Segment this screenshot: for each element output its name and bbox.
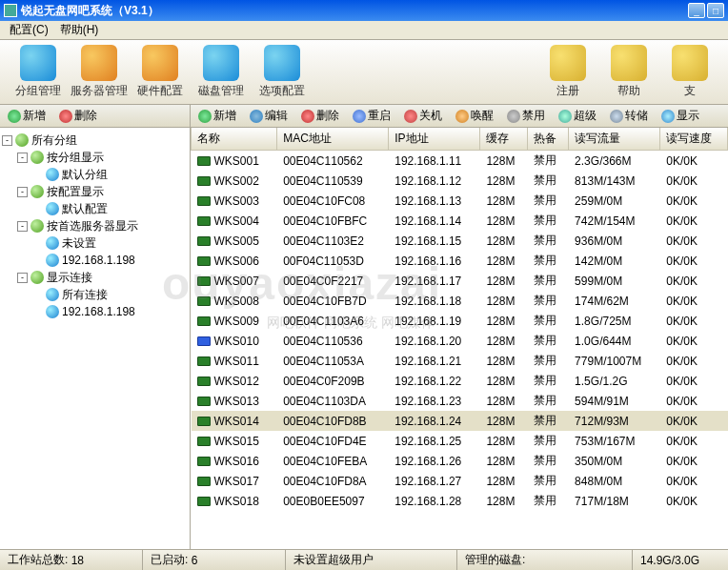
cell-hot: 禁用 xyxy=(528,431,569,451)
tool-label: 注册 xyxy=(556,83,579,99)
table-row[interactable]: WKS004 00E04C10FBFC 192.168.1.14 128M 禁用… xyxy=(192,211,728,231)
tool-right-2[interactable]: 支 xyxy=(659,45,720,99)
tree-item[interactable]: 所有连接 xyxy=(2,286,188,303)
table-row[interactable]: WKS015 00E04C10FD4E 192.168.1.25 128M 禁用… xyxy=(192,431,728,451)
table-row[interactable]: WKS012 00E04C0F209B 192.168.1.22 128M 禁用… xyxy=(192,371,728,391)
status-icon xyxy=(197,497,211,506)
cell-hot: 禁用 xyxy=(528,331,569,351)
cell-ip: 192.168.1.24 xyxy=(389,411,480,431)
tree-item[interactable]: -按配置显示 xyxy=(2,183,188,200)
right-tb-show[interactable]: 显示 xyxy=(657,106,703,126)
tree-item[interactable]: 默认分组 xyxy=(2,166,188,183)
tree-toggle-icon[interactable]: - xyxy=(17,273,28,283)
tree-toggle-icon[interactable]: - xyxy=(17,187,28,197)
table-row[interactable]: WKS011 00E04C11053A 192.168.1.21 128M 禁用… xyxy=(192,351,728,371)
status-icon xyxy=(197,457,211,466)
cell-cache: 128M xyxy=(480,391,528,411)
right-tb-super[interactable]: 超级 xyxy=(555,106,600,126)
right-tb-edit[interactable]: 编辑 xyxy=(246,106,292,126)
tree-item[interactable]: 默认配置 xyxy=(2,200,188,217)
tool-icon xyxy=(203,45,239,81)
tree-item[interactable]: -所有分组 xyxy=(2,132,188,149)
status-icon xyxy=(197,316,211,326)
right-tb-shut[interactable]: 关机 xyxy=(400,106,446,126)
cell-hot: 禁用 xyxy=(528,311,569,331)
tree-item[interactable]: 192.168.1.198 xyxy=(2,303,188,320)
table-row[interactable]: WKS018 00E0B0EE5097 192.168.1.28 128M 禁用… xyxy=(192,491,728,511)
minimize-button[interactable]: _ xyxy=(688,3,705,18)
table-row[interactable]: WKS002 00E04C110539 192.168.1.12 128M 禁用… xyxy=(192,171,728,191)
menu-config[interactable]: 配置(C) xyxy=(4,20,54,40)
tree-view[interactable]: -所有分组-按分组显示默认分组-按配置显示默认配置-按首选服务器显示未设置192… xyxy=(0,128,190,549)
table-row[interactable]: WKS008 00E04C10FB7D 192.168.1.18 128M 禁用… xyxy=(192,291,728,311)
column-header[interactable]: MAC地址 xyxy=(277,128,389,151)
left-tb-del[interactable]: 删除 xyxy=(55,106,101,126)
maximize-button[interactable]: □ xyxy=(707,3,724,18)
tree-item[interactable]: -显示连接 xyxy=(2,269,188,286)
show-icon xyxy=(661,110,675,123)
tree-item[interactable]: 192.168.1.198 xyxy=(2,252,188,269)
tree-item[interactable]: -按首选服务器显示 xyxy=(2,217,188,234)
tool-icon xyxy=(81,45,117,81)
cell-hot: 禁用 xyxy=(528,231,569,251)
table-row[interactable]: WKS007 00E04C0F2217 192.168.1.17 128M 禁用… xyxy=(192,271,728,291)
table-row[interactable]: WKS003 00E04C10FC08 192.168.1.13 128M 禁用… xyxy=(192,191,728,211)
cell-cache: 128M xyxy=(480,471,528,491)
tool-1[interactable]: 服务器管理 xyxy=(69,45,130,99)
tool-2[interactable]: 硬件配置 xyxy=(130,45,191,99)
column-header[interactable]: 读写流量 xyxy=(569,128,660,151)
table-row[interactable]: WKS010 00E04C110536 192.168.1.20 128M 禁用… xyxy=(192,331,728,351)
cell-name: WKS004 xyxy=(192,211,277,231)
tree-toggle-icon[interactable]: - xyxy=(2,135,12,146)
column-header[interactable]: 名称 xyxy=(192,128,277,151)
cell-cache: 128M xyxy=(480,431,528,451)
table-row[interactable]: WKS009 00E04C1103A6 192.168.1.19 128M 禁用… xyxy=(192,311,728,331)
status-icon xyxy=(197,196,211,206)
table-row[interactable]: WKS014 00E04C10FD8B 192.168.1.24 128M 禁用… xyxy=(192,411,728,431)
tool-4[interactable]: 选项配置 xyxy=(252,45,313,99)
tree-toggle-icon[interactable]: - xyxy=(17,153,28,163)
table-row[interactable]: WKS006 00F04C11053D 192.168.1.16 128M 禁用… xyxy=(192,251,728,271)
column-header[interactable]: IP地址 xyxy=(389,128,480,151)
right-tb-del[interactable]: 删除 xyxy=(297,106,343,126)
cell-spd: 0K/0K xyxy=(660,311,728,331)
tree-node-icon xyxy=(30,185,44,198)
right-tb-reboot[interactable]: 重启 xyxy=(349,106,394,126)
tree-item[interactable]: -按分组显示 xyxy=(2,149,188,166)
cell-mac: 00E04C110539 xyxy=(277,171,389,191)
cell-spd: 0K/0K xyxy=(660,151,728,172)
cell-name: WKS001 xyxy=(192,151,277,172)
tool-right-1[interactable]: 帮助 xyxy=(598,45,659,99)
table-container[interactable]: 名称MAC地址IP地址缓存热备读写流量读写速度 WKS001 00E04C110… xyxy=(191,128,728,549)
tree-label: 按配置显示 xyxy=(47,184,104,200)
cell-mac: 00E04C1103DA xyxy=(277,391,389,411)
right-tb-add[interactable]: 新增 xyxy=(194,106,240,126)
menubar: 配置(C) 帮助(H) xyxy=(0,21,728,40)
tool-right-0[interactable]: 注册 xyxy=(537,45,598,99)
cell-mac: 00E04C10FBFC xyxy=(277,211,389,231)
cell-hot: 禁用 xyxy=(528,371,569,391)
cell-spd: 0K/0K xyxy=(660,171,728,191)
table-row[interactable]: WKS016 00E04C10FEBA 192.168.1.26 128M 禁用… xyxy=(192,451,728,471)
table-row[interactable]: WKS005 00E04C1103E2 192.168.1.15 128M 禁用… xyxy=(192,231,728,251)
table-row[interactable]: WKS001 00E04C110562 192.168.1.11 128M 禁用… xyxy=(192,151,728,172)
menu-help[interactable]: 帮助(H) xyxy=(54,20,105,40)
tree-label: 按首选服务器显示 xyxy=(47,218,138,234)
right-tb-wake[interactable]: 唤醒 xyxy=(452,106,497,126)
column-header[interactable]: 热备 xyxy=(528,128,569,151)
table-row[interactable]: WKS017 00E04C10FD8A 192.168.1.27 128M 禁用… xyxy=(192,471,728,491)
tool-3[interactable]: 磁盘管理 xyxy=(191,45,252,99)
left-tb-add[interactable]: 新增 xyxy=(4,106,50,126)
tree-label: 192.168.1.198 xyxy=(62,254,135,267)
tool-0[interactable]: 分组管理 xyxy=(8,45,69,99)
tree-node-icon xyxy=(30,271,44,284)
right-tb-ban[interactable]: 禁用 xyxy=(503,106,549,126)
del-icon xyxy=(59,110,72,123)
table-row[interactable]: WKS013 00E04C1103DA 192.168.1.23 128M 禁用… xyxy=(192,391,728,411)
wake-icon xyxy=(455,110,469,123)
tree-toggle-icon[interactable]: - xyxy=(17,221,28,232)
column-header[interactable]: 读写速度 xyxy=(660,128,728,151)
column-header[interactable]: 缓存 xyxy=(480,128,528,151)
tree-item[interactable]: 未设置 xyxy=(2,234,188,252)
right-tb-dump[interactable]: 转储 xyxy=(606,106,652,126)
